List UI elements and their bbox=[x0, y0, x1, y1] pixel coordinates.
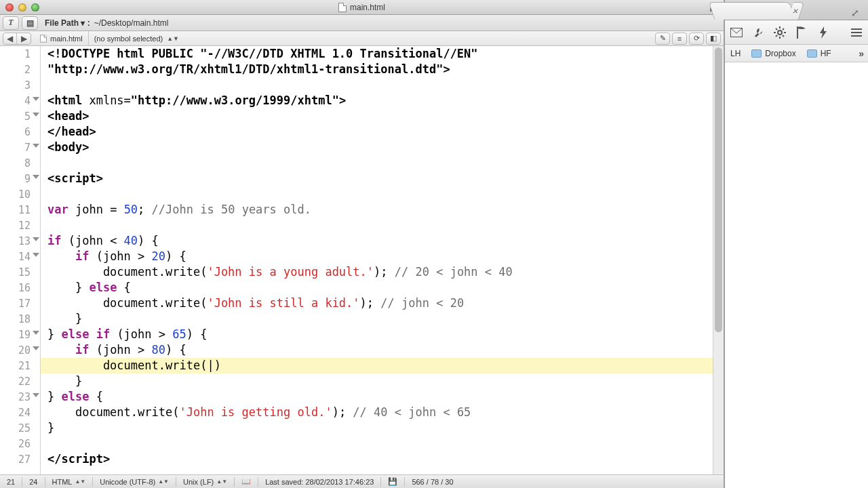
fold-toggle-icon[interactable] bbox=[33, 331, 39, 335]
fold-toggle-icon[interactable] bbox=[33, 393, 39, 397]
spellcheck-icon[interactable]: 📖 bbox=[235, 477, 258, 486]
line-number[interactable]: 20 bbox=[0, 342, 40, 358]
line-number[interactable]: 18 bbox=[0, 311, 40, 327]
close-window-button[interactable] bbox=[5, 3, 14, 12]
minimize-window-button[interactable] bbox=[18, 3, 26, 12]
vertical-scrollbar[interactable] bbox=[713, 46, 724, 474]
code-line[interactable]: <body> bbox=[41, 140, 713, 155]
code-line[interactable]: "http://www.w3.org/TR/xhtml1/DTD/xhtml1-… bbox=[41, 62, 713, 77]
line-number[interactable]: 1 bbox=[0, 46, 40, 62]
code-line[interactable]: if (john > 80) { bbox=[41, 342, 713, 358]
line-number[interactable]: 5 bbox=[0, 108, 40, 124]
scrollbar-thumb[interactable] bbox=[715, 47, 722, 332]
code-line[interactable]: </script> bbox=[41, 451, 713, 467]
code-line[interactable]: </head> bbox=[41, 124, 713, 140]
code-line[interactable]: document.write('John is getting old.'); … bbox=[41, 405, 713, 420]
code-line[interactable]: if (john > 20) { bbox=[41, 249, 713, 264]
code-line[interactable]: } bbox=[41, 420, 713, 436]
save-icon[interactable]: 💾 bbox=[381, 477, 404, 486]
fold-toggle-icon[interactable] bbox=[33, 113, 39, 117]
line-number[interactable]: 19 bbox=[0, 327, 40, 342]
code-line[interactable] bbox=[41, 77, 713, 93]
code-line[interactable]: var john = 50; //John is 50 years old. bbox=[41, 202, 713, 218]
fold-toggle-icon[interactable] bbox=[33, 97, 39, 101]
line-number[interactable]: 22 bbox=[0, 373, 40, 389]
toggle-icon[interactable]: ◧ bbox=[706, 33, 721, 45]
fold-toggle-icon[interactable] bbox=[33, 175, 39, 179]
history-nav: ◀ ▶ bbox=[3, 33, 31, 45]
zoom-window-button[interactable] bbox=[31, 3, 39, 12]
gear-icon[interactable] bbox=[772, 25, 787, 40]
list-icon[interactable]: ≡ bbox=[672, 33, 687, 45]
code-line[interactable]: document.write(|) bbox=[41, 358, 713, 373]
code-line[interactable]: } bbox=[41, 373, 713, 389]
symbol-selector[interactable]: (no symbol selected) bbox=[94, 35, 163, 43]
bookmark-item[interactable]: Dropbox bbox=[751, 49, 795, 58]
line-number[interactable]: 9 bbox=[0, 171, 40, 186]
text-tool-button[interactable]: T bbox=[3, 16, 19, 30]
line-gutter[interactable]: 1234567891011121314151617181920212223242… bbox=[0, 46, 41, 474]
code-line[interactable]: } else { bbox=[41, 389, 713, 405]
wrench-icon[interactable] bbox=[751, 25, 766, 40]
code-line[interactable]: } else if (john > 65) { bbox=[41, 327, 713, 342]
line-number[interactable]: 3 bbox=[0, 77, 40, 93]
bookmark-item[interactable]: LH bbox=[730, 49, 741, 58]
fold-toggle-icon[interactable] bbox=[33, 253, 39, 257]
line-number[interactable]: 14 bbox=[0, 249, 40, 264]
code-line[interactable]: document.write('John is a young adult.')… bbox=[41, 264, 713, 280]
expand-window-icon[interactable]: ⤢ bbox=[846, 6, 864, 20]
line-number[interactable]: 25 bbox=[0, 420, 40, 436]
code-line[interactable]: } bbox=[41, 311, 713, 327]
fold-toggle-icon[interactable] bbox=[33, 237, 39, 241]
code-line[interactable]: <script> bbox=[41, 171, 713, 186]
encoding-selector[interactable]: Unicode (UTF-8)▲▼ bbox=[93, 478, 176, 486]
line-number[interactable]: 7 bbox=[0, 140, 40, 155]
code-line[interactable] bbox=[41, 155, 713, 171]
refresh-icon[interactable]: ⟳ bbox=[689, 33, 704, 45]
line-number[interactable]: 26 bbox=[0, 436, 40, 451]
browser-content[interactable] bbox=[725, 62, 868, 488]
code-line[interactable] bbox=[41, 436, 713, 451]
code-editor[interactable]: <!DOCTYPE html PUBLIC "-//W3C//DTD XHTML… bbox=[41, 46, 713, 474]
code-line[interactable]: <head> bbox=[41, 108, 713, 124]
line-ending-selector[interactable]: Unix (LF)▲▼ bbox=[176, 478, 234, 486]
line-number[interactable]: 15 bbox=[0, 264, 40, 280]
code-line[interactable]: if (john < 40) { bbox=[41, 233, 713, 249]
line-number[interactable]: 4 bbox=[0, 93, 40, 108]
bookmark-item[interactable]: HF bbox=[807, 49, 831, 58]
code-line[interactable]: document.write('John is still a kid.'); … bbox=[41, 296, 713, 311]
breadcrumb-file[interactable]: main.html bbox=[39, 34, 83, 43]
mail-icon[interactable] bbox=[729, 25, 744, 40]
code-line[interactable]: } else { bbox=[41, 280, 713, 296]
line-number[interactable]: 17 bbox=[0, 296, 40, 311]
line-number[interactable]: 8 bbox=[0, 155, 40, 171]
fold-toggle-icon[interactable] bbox=[33, 144, 39, 148]
bolt-icon[interactable] bbox=[816, 25, 831, 40]
line-number[interactable]: 2 bbox=[0, 62, 40, 77]
code-line[interactable]: <!DOCTYPE html PUBLIC "-//W3C//DTD XHTML… bbox=[41, 46, 713, 62]
fold-toggle-icon[interactable] bbox=[33, 346, 39, 350]
line-number[interactable]: 21 bbox=[0, 358, 40, 373]
edit-icon[interactable]: ✎ bbox=[655, 33, 670, 45]
line-number[interactable]: 16 bbox=[0, 280, 40, 296]
menu-icon[interactable] bbox=[849, 25, 864, 40]
line-number[interactable]: 24 bbox=[0, 405, 40, 420]
line-number[interactable]: 13 bbox=[0, 233, 40, 249]
line-number[interactable]: 27 bbox=[0, 451, 40, 467]
nav-back-button[interactable]: ◀ bbox=[3, 33, 17, 44]
status-bar: 21 24 HTML▲▼ Unicode (UTF-8)▲▼ Unix (LF)… bbox=[0, 474, 724, 488]
code-line[interactable] bbox=[41, 186, 713, 202]
overflow-chevron-icon[interactable]: » bbox=[859, 48, 864, 59]
code-line[interactable]: <html xmlns="http://www.w3.org/1999/xhtm… bbox=[41, 93, 713, 108]
line-number[interactable]: 6 bbox=[0, 124, 40, 140]
code-line[interactable] bbox=[41, 218, 713, 233]
nav-forward-button[interactable]: ▶ bbox=[17, 33, 31, 44]
browser-tab[interactable] bbox=[709, 2, 795, 20]
line-number[interactable]: 11 bbox=[0, 202, 40, 218]
line-number[interactable]: 10 bbox=[0, 186, 40, 202]
language-selector[interactable]: HTML▲▼ bbox=[45, 478, 93, 486]
document-menu-button[interactable]: ▤ bbox=[22, 16, 38, 30]
line-number[interactable]: 23 bbox=[0, 389, 40, 405]
flag-icon[interactable] bbox=[794, 25, 809, 40]
line-number[interactable]: 12 bbox=[0, 218, 40, 233]
